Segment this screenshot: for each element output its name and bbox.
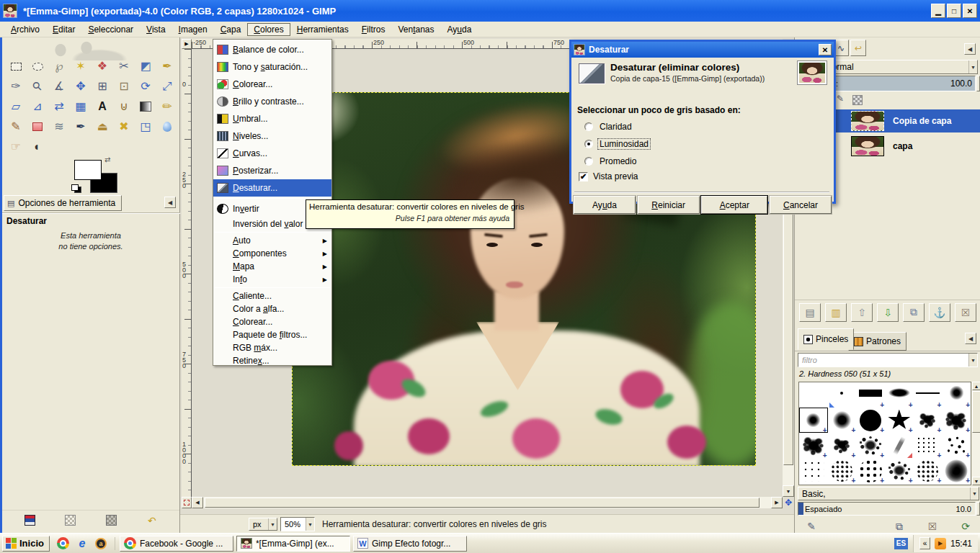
brush-ellipse[interactable]: + <box>885 382 914 408</box>
menubar-item-archivo[interactable]: Archivo <box>4 23 46 36</box>
button-save-options[interactable] <box>20 513 39 529</box>
collapse-arrow-icon[interactable]: ◀ <box>164 197 176 208</box>
menubar-item-herramientas[interactable]: Herramientas <box>290 23 355 36</box>
tool-heal[interactable]: ✖ <box>113 117 135 137</box>
tool-scale[interactable]: ⤢ <box>156 76 178 96</box>
scroll-up-icon[interactable]: ▲ <box>972 382 980 390</box>
tool-fuzzy-select[interactable]: ✶ <box>70 56 92 76</box>
menu-item-paquete-de-filtros[interactable]: Paquete de filtros... <box>213 328 331 341</box>
brush-splat2[interactable]: + <box>799 433 828 458</box>
brush-star[interactable]: + <box>885 408 914 433</box>
scroll-right-icon[interactable]: ▶ <box>771 497 783 508</box>
menu-item-posterizar[interactable]: Posterizar... <box>213 162 331 179</box>
brush-splat2[interactable]: + <box>942 408 971 433</box>
lock-pixels-icon[interactable]: ✎ <box>837 94 844 104</box>
tool-dodge-burn[interactable]: ◐ <box>27 137 48 157</box>
brush-dot[interactable] <box>828 382 857 408</box>
button-cancelar[interactable]: Cancelar <box>770 196 832 214</box>
brush-scatter[interactable]: + <box>942 433 971 458</box>
spacing-handle[interactable] <box>976 502 980 516</box>
tool-move-tool[interactable]: ✥ <box>70 76 92 96</box>
button-aceptar[interactable]: Aceptar <box>701 196 767 214</box>
layer-mode-dropdown[interactable]: Normal ▼ <box>821 60 978 74</box>
ruler-corner-button[interactable]: ▶ <box>182 39 192 49</box>
preview-checkbox-row[interactable]: ✔ Vista previa <box>579 171 638 181</box>
brush-hatch[interactable]: + <box>856 483 885 485</box>
brush-noise[interactable]: + <box>942 483 971 485</box>
brush-soft[interactable]: + <box>799 408 828 433</box>
menu-item-info[interactable]: Info▶ <box>213 273 331 286</box>
button-duplicate-layer[interactable]: ⧉ <box>903 303 925 322</box>
opacity-handle[interactable] <box>976 76 980 91</box>
dock-history-tab[interactable]: ↩ <box>850 40 866 56</box>
menu-item-color-a-alfa[interactable]: Color a alfa... <box>213 302 331 315</box>
taskbar-button-emma-gimp-ex[interactable]: *[Emma-Gimp] (ex... <box>236 536 350 552</box>
atube-launcher[interactable] <box>94 537 107 550</box>
tool-perspective-clone[interactable]: ◳ <box>135 117 156 137</box>
brush-stroke[interactable] <box>885 433 914 458</box>
lock-alpha-icon[interactable] <box>852 95 863 105</box>
menubar-item-imagen[interactable]: Imagen <box>172 23 214 36</box>
radio-luminosidad[interactable]: Luminosidad <box>584 135 650 153</box>
button-delete-layer[interactable]: ☒ <box>955 303 976 322</box>
brush-cells2[interactable]: + <box>856 458 885 483</box>
checkbox-icon[interactable]: ✔ <box>579 172 588 181</box>
button-anchor-layer[interactable]: ⚓ <box>929 303 950 322</box>
brush-texture[interactable]: + <box>885 483 914 485</box>
brush-scroll-thumb[interactable] <box>972 391 980 433</box>
button-delete-options[interactable] <box>102 513 120 529</box>
tool-bucket-fill[interactable]: ⊍ <box>113 96 135 117</box>
menu-item-niveles[interactable]: Niveles... <box>213 127 331 145</box>
brush-splat3[interactable]: + <box>856 433 885 458</box>
tab-pinceles[interactable]: Pinceles <box>798 328 854 350</box>
menu-item-mapa[interactable]: Mapa▶ <box>213 260 331 273</box>
maximize-button[interactable]: □ <box>947 4 961 18</box>
tool-smudge[interactable]: ☞ <box>5 137 27 157</box>
chrome-launcher[interactable] <box>57 537 70 550</box>
tool-paths-tool[interactable]: ✒ <box>156 56 178 76</box>
menu-item-brillo-y-contraste[interactable]: Brillo y contraste... <box>213 93 331 110</box>
brush-texture[interactable]: + <box>828 483 857 485</box>
brush-bar[interactable]: + <box>856 382 885 408</box>
tool-select-by-color[interactable]: ❖ <box>92 56 113 76</box>
tool-paintbrush[interactable]: ✎ <box>5 117 27 137</box>
tool-color-picker[interactable]: ✑ <box>5 76 27 96</box>
button-reiniciar[interactable]: Reiniciar <box>638 196 700 214</box>
tray-collapse-button[interactable]: « <box>919 537 930 549</box>
menubar-item-seleccionar[interactable]: Seleccionar <box>81 23 140 36</box>
menu-item-colorear[interactable]: Colorear... <box>213 315 331 328</box>
brush-collection-dropdown[interactable]: Basic, ▼ <box>798 487 979 500</box>
menu-item-componentes[interactable]: Componentes▶ <box>213 247 331 260</box>
collapse-arrow-icon[interactable]: ◀ <box>965 333 976 344</box>
tool-eraser[interactable] <box>27 117 48 137</box>
close-icon[interactable]: ✕ <box>819 44 832 55</box>
button-reset-options[interactable]: ↶ <box>143 513 161 529</box>
tool-ink-tool[interactable]: ✒ <box>70 117 92 137</box>
scroll-down-icon[interactable]: ▼ <box>972 477 980 485</box>
tool-crop[interactable]: ⊡ <box>113 76 135 96</box>
tab-tool-options[interactable]: ▤ Opciones de herramienta <box>4 195 122 211</box>
tool-cage-transform[interactable]: ▦ <box>70 96 92 117</box>
menubar-item-colores[interactable]: Colores <box>247 23 290 36</box>
brush-dots2[interactable]: + <box>914 433 943 458</box>
menubar-item-ayuda[interactable]: Ayuda <box>441 23 478 36</box>
brush-filter-input[interactable]: filtro ▼ <box>798 353 978 367</box>
tray-app-icon[interactable] <box>935 538 946 549</box>
menu-item-rgb-máx[interactable]: RGB máx... <box>213 341 331 354</box>
radio-claridad[interactable]: Claridad <box>584 118 650 135</box>
tool-blur-sharpen[interactable] <box>156 117 178 137</box>
tool-scissors[interactable]: ✂ <box>113 56 135 76</box>
brush-splat3[interactable]: + <box>914 483 943 485</box>
quickmask-toggle[interactable] <box>182 497 192 508</box>
collapse-arrow-icon[interactable]: ◀ <box>964 43 976 55</box>
brush-blank[interactable] <box>799 382 828 408</box>
menubar-item-editar[interactable]: Editar <box>46 23 81 36</box>
scroll-left-icon[interactable]: ◀ <box>192 497 203 508</box>
menu-item-caliente[interactable]: Caliente... <box>213 289 331 302</box>
tool-align[interactable]: ⊞ <box>92 76 113 96</box>
tool-gradient-tool[interactable] <box>135 96 156 117</box>
brush-dots[interactable] <box>799 458 828 483</box>
brush-splat1[interactable]: + <box>914 408 943 433</box>
menubar-item-filtros[interactable]: Filtros <box>355 23 392 36</box>
taskbar-button-gimp-efecto-fotogr[interactable]: Gimp Efecto fotogr... <box>353 536 467 552</box>
